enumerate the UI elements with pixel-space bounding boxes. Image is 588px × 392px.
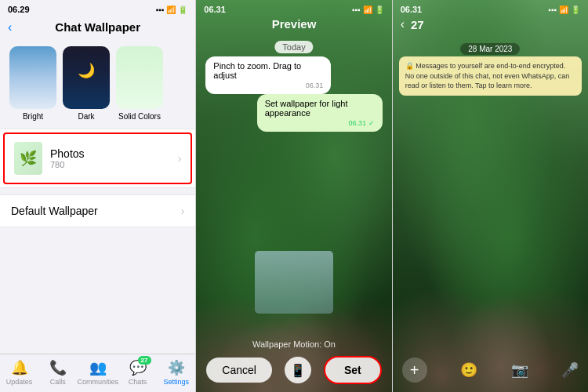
status-bar-3: 06.31 ▪▪▪ 📶 🔋 <box>393 0 588 16</box>
wifi-icon: 📶 <box>166 5 176 14</box>
tab-settings[interactable]: ⚙️ Settings <box>157 359 195 386</box>
wallpaper-option-bright[interactable]: Bright <box>9 46 56 121</box>
tab-communities[interactable]: 👥 Communities <box>77 359 118 386</box>
wifi-icon-3: 📶 <box>559 5 568 14</box>
camera-icon[interactable]: 📷 <box>511 361 528 379</box>
tab-calls-label: Calls <box>50 378 66 386</box>
panel-wallpaper-settings: 06.29 ▪▪▪ 📶 🔋 ‹ Chat Wallpaper Bright Da… <box>0 0 196 392</box>
incoming-msg-text-1: Pinch to zoom. Drag to adjust <box>213 61 323 80</box>
photos-section: 🌿 Photos 780 › <box>0 129 195 188</box>
outgoing-bubble-1: Set wallpaper for light appearance 06.31… <box>257 94 383 132</box>
status-time-1: 06.29 <box>8 5 30 14</box>
wallpaper-grid: Bright Dark Solid Colors <box>0 38 195 129</box>
thumb-dark <box>63 46 110 109</box>
wifi-icon-2: 📶 <box>363 5 372 14</box>
photos-count: 780 <box>50 160 170 169</box>
water-overlay <box>255 251 333 314</box>
back-button-3[interactable]: ‹ <box>401 17 405 31</box>
date-chip: 28 Mar 2023 <box>460 43 520 55</box>
signal-icon: ▪▪▪ <box>156 5 165 14</box>
tab-updates[interactable]: 🔔 Updates <box>0 359 38 386</box>
today-badge: Today <box>274 41 313 53</box>
incoming-time-1: 06.31 <box>213 82 323 89</box>
photos-icon: 🌿 <box>14 142 42 175</box>
wallpaper-label-dark: Dark <box>78 112 94 121</box>
photos-title: Photos <box>50 147 170 160</box>
phone-icon-button[interactable]: 📱 <box>285 357 311 383</box>
nav-bar-1: ‹ Chat Wallpaper <box>0 16 195 38</box>
calls-icon: 📞 <box>49 359 67 376</box>
status-bar-2: 06.31 ▪▪▪ 📶 🔋 <box>196 0 391 16</box>
nav-bar-2: Preview <box>196 17 391 31</box>
battery-icon-2: 🔋 <box>375 5 384 14</box>
info-bubble[interactable]: 🔒 Messages to yourself are end-to-end en… <box>399 56 582 96</box>
tab-settings-label: Settings <box>163 378 189 386</box>
signal-icon-3: ▪▪▪ <box>548 5 557 14</box>
nav-bar-3: ‹ 27 <box>393 17 588 31</box>
cancel-button[interactable]: Cancel <box>206 358 272 383</box>
mic-icon[interactable]: 🎤 <box>561 361 579 379</box>
photos-thumb: 🌿 <box>14 142 42 175</box>
status-icons-1: ▪▪▪ 📶 🔋 <box>156 5 188 14</box>
thumb-bright <box>9 46 56 109</box>
tab-chats[interactable]: 💬 27 Chats <box>118 359 157 386</box>
photos-chevron-icon: › <box>178 152 182 165</box>
add-button[interactable]: + <box>402 358 427 383</box>
preview-title: Preview <box>272 17 317 31</box>
battery-icon-3: 🔋 <box>571 5 580 14</box>
photos-text-block: Photos 780 <box>50 147 170 169</box>
wallpaper-label-bright: Bright <box>23 112 43 121</box>
wallpaper-option-dark[interactable]: Dark <box>63 46 110 121</box>
thumb-solid <box>116 46 163 109</box>
panel2-bottom-bar: Cancel 📱 Set <box>196 356 391 384</box>
chat-number: 27 <box>411 18 424 31</box>
emoji-icon[interactable]: 🙂 <box>460 361 477 379</box>
communities-icon: 👥 <box>89 359 107 376</box>
tab-communities-label: Communities <box>77 378 118 386</box>
wallpaper-motion-label: Wallpaper Motion: On <box>252 339 336 349</box>
tab-calls[interactable]: 📞 Calls <box>38 359 77 386</box>
tab-bar: 🔔 Updates 📞 Calls 👥 Communities 💬 27 Cha… <box>0 354 195 392</box>
photos-list-item[interactable]: 🌿 Photos 780 › <box>3 132 192 184</box>
outgoing-time-1: 06.31 ✓ <box>265 119 375 127</box>
wallpaper-option-solid[interactable]: Solid Colors <box>116 46 163 121</box>
outgoing-msg-text-1: Set wallpaper for light appearance <box>265 99 375 118</box>
wallpaper-label-solid: Solid Colors <box>118 112 161 121</box>
status-time-3: 06.31 <box>401 5 423 14</box>
chats-badge: 27 <box>138 356 151 365</box>
panel-chat-self: 06.31 ▪▪▪ 📶 🔋 ‹ 27 28 Mar 2023 🔒 Message… <box>393 0 588 392</box>
default-wallpaper-item[interactable]: Default Wallpaper › <box>0 195 195 227</box>
chevron-left-icon: ‹ <box>8 20 12 34</box>
panel3-bottom-bar: + 🙂 📷 🎤 <box>393 351 588 392</box>
status-icons-3: ▪▪▪ 📶 🔋 <box>548 5 580 14</box>
default-wallpaper-chevron-icon: › <box>181 205 185 217</box>
panel-preview: 06.31 ▪▪▪ 📶 🔋 Preview Today Pinch to zoo… <box>196 0 392 392</box>
back-button-1[interactable]: ‹ <box>8 20 12 34</box>
tab-chats-label: Chats <box>129 378 147 386</box>
signal-icon-2: ▪▪▪ <box>352 5 361 14</box>
updates-icon: 🔔 <box>11 359 28 376</box>
status-bar-1: 06.29 ▪▪▪ 📶 🔋 <box>0 0 195 16</box>
default-wallpaper-section: Default Wallpaper › <box>0 194 195 227</box>
status-time-2: 06.31 <box>204 5 226 14</box>
settings-icon: ⚙️ <box>168 359 185 376</box>
default-wallpaper-label: Default Wallpaper <box>11 205 181 217</box>
set-button[interactable]: Set <box>324 356 382 384</box>
battery-icon: 🔋 <box>178 5 187 14</box>
tab-updates-label: Updates <box>6 378 33 386</box>
page-title-1: Chat Wallpaper <box>55 20 140 34</box>
status-icons-2: ▪▪▪ 📶 🔋 <box>352 5 384 14</box>
chats-badge-container: 💬 27 <box>129 359 147 376</box>
incoming-bubble-1: Pinch to zoom. Drag to adjust 06.31 <box>205 56 331 94</box>
phone-icon: 📱 <box>290 363 306 378</box>
